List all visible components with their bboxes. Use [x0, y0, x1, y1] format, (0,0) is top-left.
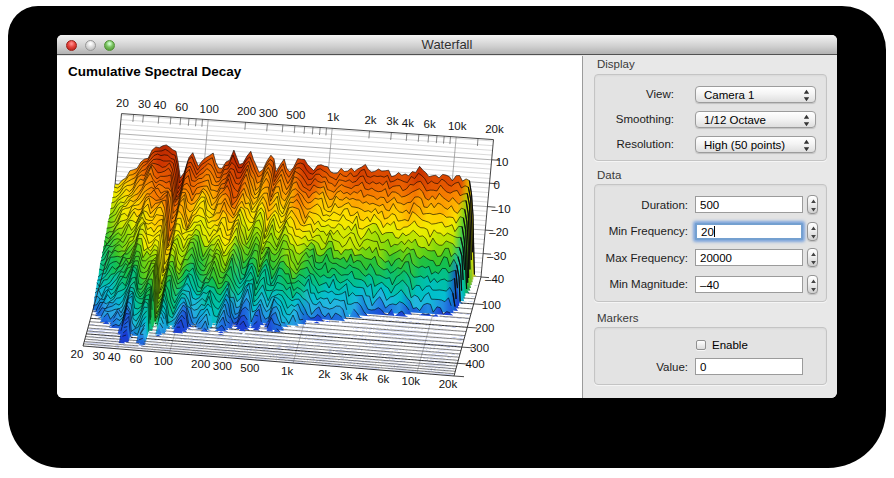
svg-text:60: 60 — [175, 101, 188, 113]
svg-text:10k: 10k — [402, 375, 421, 387]
svg-text:2k: 2k — [364, 114, 376, 126]
svg-text:40: 40 — [154, 99, 167, 111]
svg-text:–20: –20 — [489, 226, 508, 238]
svg-text:3k: 3k — [386, 115, 398, 127]
svg-text:6k: 6k — [377, 373, 389, 385]
svg-text:20: 20 — [116, 97, 129, 109]
svg-text:100: 100 — [154, 355, 173, 367]
svg-text:300: 300 — [259, 107, 278, 119]
svg-text:3k: 3k — [340, 370, 352, 382]
svg-text:500: 500 — [240, 362, 259, 374]
svg-text:10k: 10k — [448, 120, 467, 132]
svg-text:0: 0 — [494, 179, 500, 191]
svg-text:40: 40 — [108, 351, 121, 363]
svg-text:–10: –10 — [491, 203, 510, 215]
svg-text:1k: 1k — [327, 111, 339, 123]
svg-text:2k: 2k — [318, 368, 330, 380]
svg-text:6k: 6k — [424, 118, 436, 130]
svg-text:30: 30 — [138, 98, 151, 110]
svg-text:100: 100 — [200, 103, 219, 115]
svg-text:–40: –40 — [485, 273, 504, 285]
svg-text:400: 400 — [466, 358, 485, 370]
svg-text:4k: 4k — [402, 117, 414, 129]
svg-text:20: 20 — [71, 348, 84, 360]
svg-text:30: 30 — [92, 350, 105, 362]
svg-text:20k: 20k — [439, 378, 458, 390]
svg-text:200: 200 — [237, 105, 256, 117]
svg-text:100: 100 — [482, 299, 501, 311]
svg-text:300: 300 — [213, 360, 232, 372]
svg-text:60: 60 — [130, 353, 143, 365]
svg-text:–30: –30 — [487, 250, 506, 262]
svg-text:200: 200 — [475, 322, 494, 334]
svg-text:200: 200 — [191, 358, 210, 370]
svg-text:10: 10 — [496, 156, 509, 168]
svg-text:300: 300 — [470, 342, 489, 354]
svg-text:500: 500 — [286, 109, 305, 121]
svg-text:1k: 1k — [281, 365, 293, 377]
svg-text:20k: 20k — [485, 123, 504, 135]
svg-text:4k: 4k — [356, 371, 368, 383]
